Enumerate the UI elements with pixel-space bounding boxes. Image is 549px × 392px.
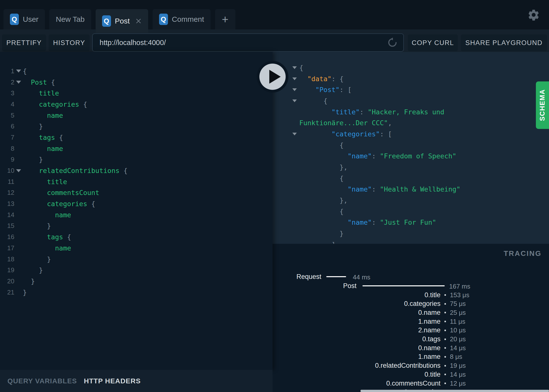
fold-arrow-icon[interactable] <box>16 169 21 172</box>
trace-resolver-row: 0.categories75 μs <box>273 300 549 308</box>
schema-tab[interactable]: SCHEMA <box>536 81 549 129</box>
tab-label: New Tab <box>56 15 84 24</box>
code-line: 1{ <box>0 66 128 77</box>
settings-gear-icon[interactable] <box>527 8 540 21</box>
new-tab-button[interactable]: + <box>215 9 235 29</box>
trace-value: 14 μs <box>450 344 466 352</box>
fold-arrow-icon[interactable] <box>292 99 297 102</box>
reload-schema-icon[interactable] <box>387 37 398 48</box>
fold-arrow-icon[interactable] <box>16 70 21 73</box>
code-line: 10 relatedContributions { <box>0 165 128 176</box>
close-tab-icon[interactable] <box>135 18 142 24</box>
code-text: categories { <box>23 100 87 108</box>
code-line: 16 tags { <box>0 231 128 243</box>
trace-resolver-row: 2.name10 μs <box>273 327 549 334</box>
trace-dot-icon <box>444 347 446 349</box>
code-line: 21} <box>0 287 128 298</box>
line-number: 19 <box>0 266 14 274</box>
response-json: { "data": { "Post": [ { "title": "Hacker… <box>273 62 549 244</box>
trace-value: 19 μs <box>450 362 466 369</box>
code-line: 4 categories { <box>0 99 128 110</box>
code-line: 11 title <box>0 176 128 187</box>
trace-resolver-row: 0.name14 μs <box>273 344 549 352</box>
http-headers-tab[interactable]: HTTP HEADERS <box>84 377 141 385</box>
code-text: commentsCount <box>23 189 99 196</box>
code-text: name <box>23 244 71 252</box>
trace-dot-icon <box>444 339 446 340</box>
play-button[interactable] <box>256 60 289 93</box>
fold-column <box>14 169 23 172</box>
trace-dot-icon <box>444 374 446 375</box>
code-line: 2 Post { <box>0 77 128 88</box>
query-badge: Q <box>102 15 111 27</box>
result-line: "Post": [ <box>273 84 549 95</box>
trace-value: 75 μs <box>450 300 466 308</box>
trace-label: 0.tags <box>273 335 440 343</box>
trace-label: 0.title <box>273 291 440 299</box>
trace-resolver-row: 0.title14 μs <box>273 371 549 378</box>
fold-arrow-icon[interactable] <box>292 77 297 80</box>
code-text: title <box>23 178 67 186</box>
code-line: 5 name <box>0 110 128 121</box>
trace-bar <box>326 276 346 277</box>
fold-arrow-icon[interactable] <box>16 81 21 84</box>
result-line: Funktionäre...Der CCC", <box>273 117 549 128</box>
result-line: { <box>273 173 549 184</box>
line-number: 4 <box>0 100 14 108</box>
query-badge: Q <box>159 14 168 25</box>
trace-label: 2.name <box>273 326 440 334</box>
code-text: categories { <box>23 200 95 208</box>
fold-arrow-icon[interactable] <box>292 88 297 91</box>
code-line: 6 } <box>0 121 128 132</box>
copy-curl-button[interactable]: COPY CURL <box>408 34 458 51</box>
code-text: tags { <box>23 233 71 241</box>
code-text: } <box>23 122 43 130</box>
line-number: 12 <box>0 189 14 196</box>
tab-post[interactable]: QPost <box>96 9 148 33</box>
tab-comment[interactable]: QComment <box>153 9 211 29</box>
code-text: tags { <box>23 134 63 141</box>
trace-value: 167 ms <box>449 282 470 291</box>
code-text: relatedContributions { <box>23 167 128 174</box>
fold-arrow-icon[interactable] <box>292 133 297 135</box>
query-editor-pane[interactable]: 1{2 Post {3 title4 categories {5 name6 }… <box>0 52 273 370</box>
tracing-title: TRACING <box>504 249 542 258</box>
fold-column <box>14 81 23 84</box>
tab-label: Post <box>115 17 130 25</box>
trace-label: 1.name <box>273 353 440 361</box>
code-text: Post { <box>23 78 55 86</box>
code-text: name <box>23 145 63 152</box>
result-line: { <box>273 206 549 217</box>
trace-resolver-row: 0.title153 μs <box>273 291 549 299</box>
trace-span-row: Post167 ms <box>273 281 549 290</box>
result-line: }, <box>273 195 549 206</box>
tab-new-tab[interactable]: New Tab <box>49 9 91 29</box>
code-line: 20 } <box>0 276 128 287</box>
history-button[interactable]: HISTORY <box>49 34 90 51</box>
trace-dot-icon <box>444 321 446 322</box>
code-text: { <box>23 67 27 75</box>
result-line: } <box>273 228 549 239</box>
tab-label: User <box>23 15 38 24</box>
trace-value: 11 μs <box>450 318 465 325</box>
prettify-button[interactable]: PRETTIFY <box>2 34 46 51</box>
endpoint-input[interactable]: http://localhost:4000/ <box>92 33 404 52</box>
code-text: } <box>23 266 43 274</box>
code-text: } <box>23 255 51 263</box>
tab-user[interactable]: QUser <box>3 9 45 29</box>
result-line: }, <box>273 162 549 173</box>
line-number: 20 <box>0 277 14 285</box>
trace-span-row: Request44 ms <box>273 272 549 281</box>
code-line: 18 } <box>0 254 128 265</box>
trace-dot-icon <box>444 312 446 313</box>
share-playground-button[interactable]: SHARE PLAYGROUND <box>461 34 547 51</box>
line-number: 11 <box>0 178 14 186</box>
result-line: "categories": [ <box>273 128 549 140</box>
result-line: { <box>273 62 549 73</box>
trace-resolver-row: 0.name25 μs <box>273 309 549 316</box>
fold-arrow-icon[interactable] <box>292 66 297 69</box>
trace-value: 10 μs <box>450 326 466 334</box>
horizontal-scrollbar[interactable] <box>360 390 549 392</box>
line-number: 5 <box>0 112 14 119</box>
query-variables-tab[interactable]: QUERY VARIABLES <box>7 377 77 385</box>
